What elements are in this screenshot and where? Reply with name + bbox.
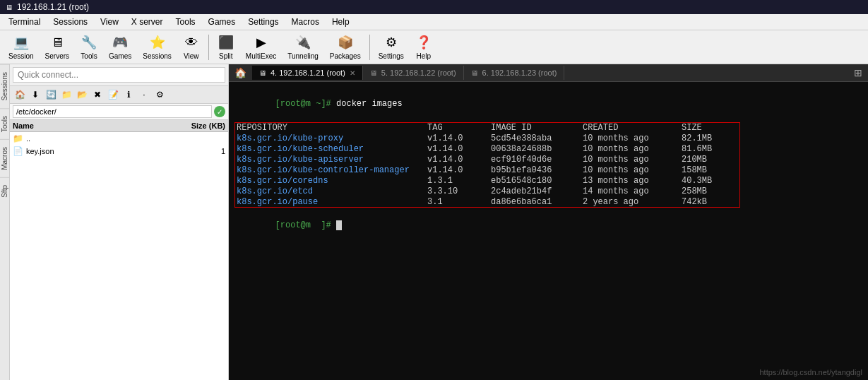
menu-macros[interactable]: Macros — [286, 16, 325, 28]
toolbar-split[interactable]: ⬛ Split — [213, 32, 239, 61]
home-button[interactable]: 🏠 — [229, 64, 252, 81]
menu-terminal[interactable]: Terminal — [3, 16, 46, 28]
tab-2-label: 5. 192.168.1.22 (root) — [381, 69, 456, 77]
tab-3[interactable]: 🖥 6. 192.168.1.23 (root) — [464, 66, 565, 80]
docker-row-1: k8s.gcr.io/kube-proxy v1.14.0 5cd54e388a… — [235, 133, 739, 144]
docker-row-5-repo: k8s.gcr.io/coredns — [237, 176, 427, 186]
terminal-content[interactable]: [root@m ~]# docker images REPOSITORY TAG… — [229, 82, 868, 380]
toolbar-multiexec[interactable]: ▶ MultiExec — [242, 32, 280, 61]
menu-games[interactable]: Games — [203, 16, 242, 28]
docker-row-2-size: 81.6MB — [682, 144, 738, 154]
menu-help[interactable]: Help — [326, 16, 355, 28]
tab-3-label: 6. 192.168.1.23 (root) — [482, 69, 557, 77]
toolbar-separator-1 — [208, 35, 209, 60]
docker-row-6-tag: 3.3.10 — [427, 186, 491, 196]
toolbar-session[interactable]: 💻 Session — [4, 32, 38, 61]
docker-row-3: k8s.gcr.io/kube-apiserver v1.14.0 ecf910… — [235, 155, 739, 165]
docker-row-3-repo: k8s.gcr.io/kube-apiserver — [237, 155, 427, 165]
docker-row-7-created: 2 years ago — [583, 197, 682, 207]
toolbar-view[interactable]: 👁 View — [179, 32, 204, 61]
toolbar-packages[interactable]: 📦 Packages — [326, 32, 365, 61]
file-list-header: Name Size (KB) — [10, 120, 228, 132]
split-icon: ⬛ — [218, 34, 234, 51]
title-bar: 🖥 192.168.1.21 (root) — [0, 0, 868, 14]
vtab-tools[interactable]: Tools — [0, 108, 9, 139]
docker-row-1-size: 82.1MB — [682, 133, 738, 143]
list-item[interactable]: 📄 key.json 1 — [10, 145, 228, 158]
col-header-id: IMAGE ID — [491, 123, 583, 133]
docker-row-4: k8s.gcr.io/kube-controller-manager v1.14… — [235, 165, 739, 176]
toolbar-servers[interactable]: 🖥 Servers — [41, 32, 73, 61]
docker-row-1-repo: k8s.gcr.io/kube-proxy — [237, 133, 427, 143]
file-btn-settings[interactable]: ⚙ — [153, 88, 167, 102]
docker-row-6-repo: k8s.gcr.io/etcd — [237, 186, 427, 196]
toolbar-settings[interactable]: ⚙ Settings — [374, 32, 408, 61]
path-bar: ✓ — [10, 104, 228, 120]
file-btn-folder[interactable]: 📁 — [59, 88, 73, 102]
file-btn-home[interactable]: 🏠 — [13, 88, 27, 102]
help-icon: ❓ — [415, 34, 432, 51]
docker-row-4-created: 10 months ago — [583, 165, 682, 175]
docker-row-3-size: 210MB — [682, 155, 738, 165]
folder-icon: 📁 — [13, 133, 23, 143]
terminal-prompt-2: [root@m ]# — [275, 220, 336, 230]
docker-row-6-created: 14 months ago — [583, 186, 682, 196]
multiexec-icon: ▶ — [253, 34, 270, 51]
toolbar: 💻 Session 🖥 Servers 🔧 Tools 🎮 Games ⭐ Se… — [0, 30, 868, 64]
docker-row-7-size: 742kB — [682, 197, 738, 207]
tab-1-close[interactable]: ✕ — [350, 69, 355, 77]
tab-1[interactable]: 🖥 4. 192.168.1.21 (root) ✕ — [252, 66, 363, 80]
vtab-sessions[interactable]: Sessions — [0, 64, 9, 108]
docker-row-2-created: 10 months ago — [583, 144, 682, 154]
menu-tools[interactable]: Tools — [170, 16, 201, 28]
docker-row-5-created: 13 months ago — [583, 176, 682, 186]
file-item-size: 1 — [169, 147, 225, 155]
file-btn-refresh[interactable]: 🔄 — [44, 88, 58, 102]
new-tab-button[interactable]: ⊞ — [848, 64, 868, 81]
docker-row-5-id: eb516548c180 — [491, 176, 583, 186]
toolbar-sessions[interactable]: ⭐ Sessions — [138, 32, 176, 61]
file-btn-rename[interactable]: 📝 — [106, 88, 120, 102]
view-icon: 👁 — [183, 34, 200, 51]
toolbar-tools[interactable]: 🔧 Tools — [76, 32, 102, 61]
path-ok-button[interactable]: ✓ — [214, 106, 225, 117]
terminal-line-1: [root@m ~]# docker images — [234, 86, 862, 121]
watermark: https://blog.csdn.net/ytangdigl — [759, 368, 862, 376]
vtab-sftp[interactable]: Sftp — [0, 177, 9, 205]
path-input[interactable] — [13, 105, 212, 118]
left-panel: 🏠 ⬇ 🔄 📁 📂 ✖ 📝 ℹ · ⚙ ✓ Name Size (KB) 📁 .… — [10, 64, 229, 380]
title-text: 192.168.1.21 (root) — [17, 2, 89, 12]
col-header-created: CREATED — [583, 123, 682, 133]
docker-row-4-size: 158MB — [682, 165, 738, 175]
docker-row-7-tag: 3.1 — [427, 197, 491, 207]
docker-row-7-repo: k8s.gcr.io/pause — [237, 197, 427, 207]
file-btn-hidden[interactable]: · — [137, 88, 151, 102]
menu-xserver[interactable]: X server — [126, 16, 169, 28]
docker-row-1-created: 10 months ago — [583, 133, 682, 143]
file-btn-info[interactable]: ℹ — [121, 88, 136, 102]
docker-row-7-id: da86e6ba6ca1 — [491, 197, 583, 207]
list-item[interactable]: 📁 .. — [10, 132, 228, 145]
docker-row-4-tag: v1.14.0 — [427, 165, 491, 175]
toolbar-games[interactable]: 🎮 Games — [105, 32, 136, 61]
menu-view[interactable]: View — [95, 16, 124, 28]
file-list: 📁 .. 📄 key.json 1 — [10, 132, 228, 380]
vtab-macros[interactable]: Macros — [0, 139, 9, 177]
menu-settings[interactable]: Settings — [242, 16, 284, 28]
col-header-tag: TAG — [427, 123, 491, 133]
col-header-size: SIZE — [682, 123, 738, 133]
file-header-size: Size (KB) — [169, 121, 225, 130]
file-btn-folder2[interactable]: 📂 — [75, 88, 89, 102]
docker-row-4-repo: k8s.gcr.io/kube-controller-manager — [237, 165, 427, 175]
file-btn-download[interactable]: ⬇ — [28, 88, 42, 102]
quick-connect-input[interactable] — [13, 67, 225, 83]
toolbar-tunneling[interactable]: 🔌 Tunneling — [283, 32, 323, 61]
docker-row-6: k8s.gcr.io/etcd 3.3.10 2c4adeb21b4f 14 m… — [235, 186, 739, 197]
tab-2[interactable]: 🖥 5. 192.168.1.22 (root) — [363, 66, 464, 80]
menu-sessions[interactable]: Sessions — [47, 16, 93, 28]
file-btn-delete[interactable]: ✖ — [90, 88, 105, 102]
toolbar-help[interactable]: ❓ Help — [411, 32, 436, 61]
docker-row-1-tag: v1.14.0 — [427, 133, 491, 143]
settings-icon: ⚙ — [383, 34, 400, 51]
menu-bar: Terminal Sessions View X server Tools Ga… — [0, 14, 868, 30]
